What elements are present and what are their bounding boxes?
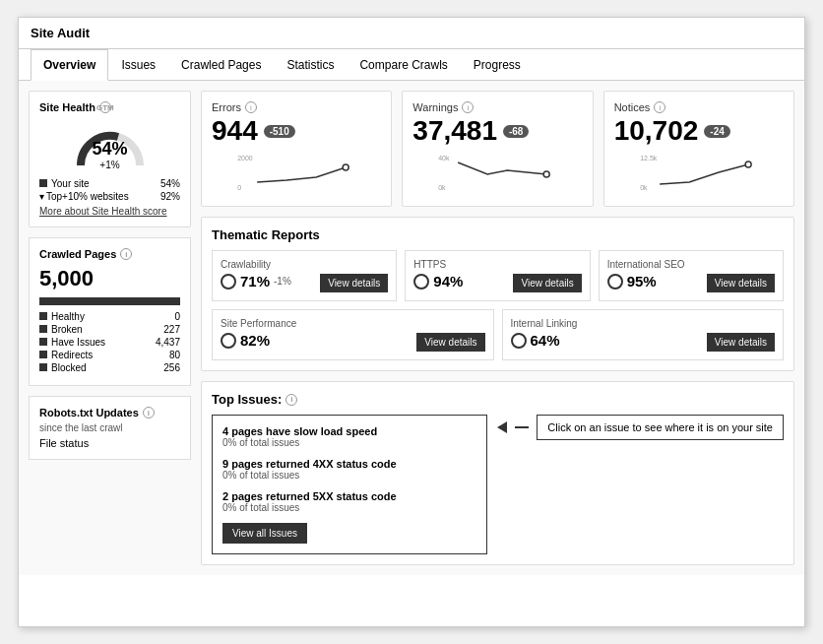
gauge-container: 54% +1% — [39, 121, 180, 170]
warnings-label: Warnings i — [412, 101, 582, 113]
site-health-more-link[interactable]: More about Site Health score — [39, 206, 180, 217]
crawled-progress-bar — [39, 297, 180, 305]
crawlability-view-btn[interactable]: View details — [320, 274, 388, 292]
https-score: 94% — [433, 273, 463, 290]
robots-subtitle: since the last crawl — [39, 422, 180, 433]
intl-seo-row: 95% View details — [607, 270, 775, 292]
thematic-title: Thematic Reports — [212, 227, 784, 242]
main-window: Site Audit Overview Issues Crawled Pages… — [18, 17, 805, 627]
thematic-crawlability: Crawlability 71% -1% View details — [212, 250, 397, 301]
window-title: Site Audit — [31, 26, 90, 40]
issue-2-sub: 0% of total issues — [222, 470, 476, 481]
arrow-callout: Click on an issue to see where it is on … — [497, 415, 784, 440]
legend-top10: ▾Top+10% websites 92% — [39, 191, 180, 202]
legend-redirects: Redirects 80 — [39, 350, 180, 360]
https-row: 94% View details — [413, 270, 581, 292]
site-perf-score-row: 82% — [221, 332, 270, 349]
site-perf-circle-icon — [221, 333, 236, 349]
warnings-value: 37,481 -68 — [412, 115, 582, 147]
svg-text:40k: 40k — [438, 155, 450, 161]
issue-item-1[interactable]: 4 pages have slow load speed 0% of total… — [222, 425, 476, 448]
gauge-percent: 54% — [92, 139, 127, 160]
warnings-info-icon: i — [462, 101, 474, 113]
internal-linking-view-btn[interactable]: View details — [707, 333, 775, 352]
crawlability-score-row: 71% -1% — [221, 273, 291, 290]
legend-healthy: Healthy 0 — [39, 311, 180, 322]
crawlability-row: 71% -1% View details — [221, 270, 388, 292]
site-health-title: Site Health GTM — [39, 101, 180, 113]
crawled-pages-card: Crawled Pages i 5,000 Healthy 0 Broken 2… — [29, 237, 191, 386]
notices-chart: 12.5k 0k — [614, 153, 784, 192]
robots-card: Robots.txt Updates i since the last craw… — [29, 396, 191, 460]
intl-seo-title: International SEO — [607, 259, 775, 270]
thematic-site-performance: Site Performance 82% View details — [212, 309, 494, 360]
crawlability-score: 71% — [240, 273, 270, 290]
callout-text: Click on an issue to see where it is on … — [547, 421, 773, 433]
https-title: HTTPS — [413, 259, 581, 270]
https-view-btn[interactable]: View details — [513, 274, 581, 292]
site-health-badge: GTM — [99, 101, 111, 113]
https-score-row: 94% — [413, 273, 463, 290]
intl-seo-score: 95% — [627, 273, 657, 290]
arrow-line — [515, 426, 529, 428]
issue-3-title: 2 pages returned 5XX status code — [222, 490, 476, 502]
notices-value: 10,702 -24 — [614, 115, 784, 147]
internal-linking-row: 64% View details — [511, 329, 776, 352]
top-issues-info-icon: i — [285, 394, 297, 406]
issue-1-sub: 0% of total issues — [222, 437, 476, 448]
gauge-delta: +1% — [92, 160, 127, 170]
robots-file-status: File status — [39, 437, 180, 449]
content-area: Site Health GTM 54% +1% Your site — [19, 81, 804, 575]
site-perf-title: Site Performance — [221, 318, 485, 329]
healthy-dot — [39, 312, 47, 320]
warnings-chart: 40k 0k — [412, 153, 582, 192]
callout-box: Click on an issue to see where it is on … — [537, 415, 784, 440]
svg-text:12.5k: 12.5k — [640, 155, 658, 161]
svg-point-5 — [543, 171, 549, 177]
site-perf-score: 82% — [240, 332, 270, 349]
intl-seo-view-btn[interactable]: View details — [707, 274, 775, 292]
right-panel: Errors i 944 -510 2000 0 — [201, 91, 794, 565]
internal-linking-score-row: 64% — [511, 332, 560, 349]
errors-chart: 2000 0 — [212, 153, 381, 192]
top-issues-title: Top Issues: i — [212, 392, 784, 407]
nav-bar: Overview Issues Crawled Pages Statistics… — [19, 49, 804, 81]
tab-overview[interactable]: Overview — [31, 49, 108, 81]
intl-seo-circle-icon — [607, 274, 623, 290]
crawlability-delta: -1% — [274, 276, 291, 287]
title-bar: Site Audit — [19, 18, 804, 49]
issue-item-2[interactable]: 9 pages returned 4XX status code 0% of t… — [222, 458, 476, 481]
tab-issues[interactable]: Issues — [108, 49, 168, 81]
blocked-dot — [39, 363, 47, 371]
svg-point-2 — [343, 164, 348, 170]
site-perf-view-btn[interactable]: View details — [416, 333, 484, 352]
tab-compare-crawls[interactable]: Compare Crawls — [347, 49, 460, 81]
broken-dot — [39, 325, 47, 333]
internal-linking-circle-icon — [511, 333, 527, 349]
view-all-issues-btn[interactable]: View all Issues — [222, 523, 307, 544]
tab-statistics[interactable]: Statistics — [274, 49, 347, 81]
thematic-intl-seo: International SEO 95% View details — [599, 250, 784, 301]
tab-progress[interactable]: Progress — [461, 49, 534, 81]
legend-blocked: Blocked 256 — [39, 362, 180, 373]
errors-label: Errors i — [212, 101, 381, 113]
notices-badge: -24 — [704, 125, 729, 138]
notices-card: Notices i 10,702 -24 12.5k 0k — [603, 91, 794, 207]
top-issues-card: Top Issues: i 4 pages have slow load spe… — [201, 381, 794, 565]
issue-3-sub: 0% of total issues — [222, 502, 476, 513]
issues-layout: 4 pages have slow load speed 0% of total… — [212, 415, 784, 554]
issue-1-title: 4 pages have slow load speed — [222, 425, 476, 437]
tab-crawled-pages[interactable]: Crawled Pages — [168, 49, 274, 81]
left-panel: Site Health GTM 54% +1% Your site — [29, 91, 191, 565]
intl-seo-score-row: 95% — [607, 273, 657, 290]
issue-2-title: 9 pages returned 4XX status code — [222, 458, 476, 470]
issue-item-3[interactable]: 2 pages returned 5XX status code 0% of t… — [222, 490, 476, 513]
thematic-bottom-row: Site Performance 82% View details Intern… — [212, 309, 784, 360]
robots-title: Robots.txt Updates i — [39, 407, 180, 419]
svg-text:0: 0 — [237, 184, 241, 191]
crawled-pages-value: 5,000 — [39, 266, 180, 291]
errors-info-icon: i — [245, 101, 257, 113]
notices-info-icon: i — [654, 101, 665, 113]
warnings-badge: -68 — [503, 125, 529, 138]
internal-linking-score: 64% — [531, 332, 560, 349]
